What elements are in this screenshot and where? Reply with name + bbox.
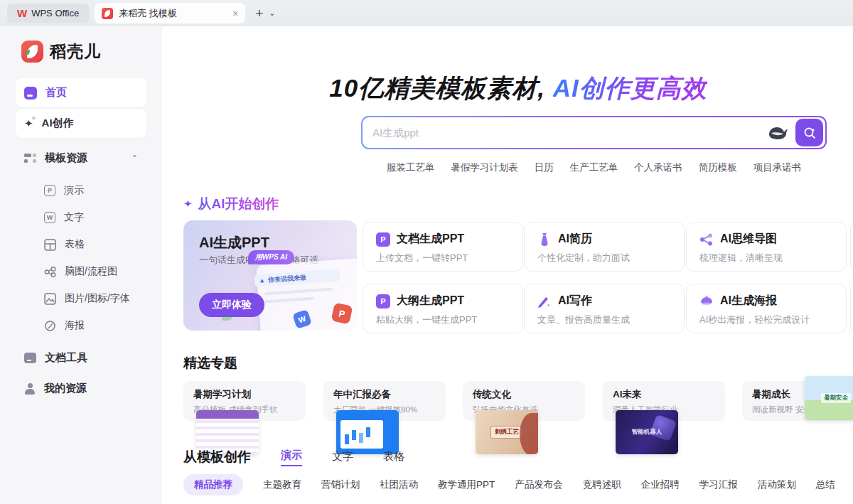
category-item[interactable]: 学习汇报	[699, 478, 738, 491]
card-desc: AI秒出海报，轻松完成设计	[699, 313, 833, 326]
sidebar-item-poster[interactable]: 海报	[0, 312, 162, 339]
topic-card-midyear-report[interactable]: 年中汇报必备 大厂同款 一键提效80%	[323, 381, 446, 421]
sidebar-item-slides[interactable]: P 演示	[0, 177, 162, 204]
sidebar-menu: 首页 ✦✧ AI创作 模板资源 ⌃ P 演示 W 文字 表格	[0, 78, 162, 403]
sidebar-subitem-label: 脑图/流程图	[65, 265, 117, 278]
ai-card-partial[interactable]	[850, 222, 853, 272]
wps-logo-icon: W	[17, 7, 26, 19]
topics-section-title: 精选专题	[183, 354, 237, 372]
close-tab-icon[interactable]: ×	[232, 8, 238, 19]
wps-office-tab[interactable]: W WPS Office	[7, 4, 89, 23]
ai-generate-ppt-card[interactable]: AI生成PPT 一句话生成PPT，多风格可选 用WPS AI ▲你来说我来做 P…	[183, 220, 357, 331]
card-title: AI思维导图	[720, 232, 777, 247]
tab-slides[interactable]: 演示	[281, 449, 302, 466]
topic-title: 暑期学习计划	[193, 388, 306, 401]
page-title-gradient: AI创作更高效	[553, 74, 707, 102]
sidebar-item-my-resources[interactable]: 我的资源	[16, 374, 146, 403]
doc-tools-icon	[24, 353, 36, 363]
presentation-icon: P	[44, 185, 55, 196]
poster-pen-icon	[44, 320, 56, 332]
docer-leaf-icon	[102, 8, 113, 19]
docer-logo-text: 稻壳儿	[50, 41, 101, 63]
topic-card-ai-future[interactable]: AI未来 洞悉人工智能行业 智能机器人	[603, 381, 725, 421]
card-title: 文档生成PPT	[397, 232, 464, 247]
sidebar-item-doc-tools[interactable]: 文档工具	[16, 343, 146, 372]
sidebar-item-home[interactable]: 首页	[16, 78, 146, 107]
image-icon	[44, 293, 56, 305]
mindmap-icon	[699, 232, 714, 247]
home-icon	[24, 87, 37, 100]
new-tab-button[interactable]: +	[255, 6, 263, 20]
sidebar-item-label: 首页	[45, 86, 67, 100]
category-item[interactable]: 产品发布会	[515, 478, 563, 491]
sidebar: 稻壳儿 首页 ✦✧ AI创作 模板资源 ⌃ P 演示 W 文字 表格	[0, 26, 162, 504]
search-button[interactable]	[795, 119, 823, 146]
hot-link[interactable]: 暑假学习计划表	[451, 161, 518, 174]
template-section-title: 从模板创作	[183, 448, 251, 466]
hot-search-links: 服装工艺单 暑假学习计划表 日历 生产工艺单 个人承诺书 简历模板 项目承诺书	[361, 161, 827, 174]
tab-writer[interactable]: 文字	[332, 450, 353, 466]
sidebar-item-images-icons-fonts[interactable]: 图片/图标/字体	[0, 285, 162, 312]
page-title: 10亿精美模板素材, AI创作更高效	[183, 72, 853, 105]
ai-section-title: 从AI开始创作	[198, 195, 279, 213]
category-item[interactable]: 竞聘述职	[583, 478, 621, 491]
hot-link[interactable]: 项目承诺书	[753, 161, 802, 174]
ai-mindmap-card[interactable]: AI思维导图 梳理逻辑，清晰呈现	[686, 222, 847, 272]
ai-section-heading: ✦ 从AI开始创作	[183, 195, 279, 213]
hot-link[interactable]: 日历	[535, 161, 554, 174]
docer-logo-icon	[21, 41, 43, 63]
hot-link[interactable]: 服装工艺单	[387, 161, 435, 174]
category-item[interactable]: 主题教育	[263, 478, 301, 491]
sidebar-item-mindmap-flowchart[interactable]: 脑图/流程图	[0, 258, 162, 285]
sidebar-item-template-resources[interactable]: 模板资源 ⌃	[16, 144, 146, 173]
sidebar-subitem-label: 文字	[64, 211, 84, 224]
sidebar-item-writer[interactable]: W 文字	[0, 204, 162, 231]
outline-to-ppt-card[interactable]: P大纲生成PPT 粘贴大纲，一键生成PPT	[363, 284, 523, 333]
card-title: AI生成海报	[720, 294, 777, 309]
sidebar-item-label: AI创作	[42, 117, 74, 130]
category-item[interactable]: 营销计划	[321, 478, 360, 491]
chevron-up-icon[interactable]: ⌃	[132, 154, 138, 163]
word-icon: W	[44, 212, 55, 223]
card-desc: 粘贴大纲，一键生成PPT	[376, 313, 510, 326]
sidebar-item-label: 文档工具	[45, 351, 87, 365]
category-featured[interactable]: 精品推荐	[183, 474, 243, 495]
topic-card-summer-study[interactable]: 暑期学习计划 高分模板 成绩拿到手软	[183, 381, 306, 421]
docer-tab[interactable]: 来稻壳 找模板 ×	[95, 3, 245, 23]
topic-title: 年中汇报必备	[333, 388, 446, 401]
sidebar-subitem-label: 表格	[65, 238, 85, 251]
category-item[interactable]: 教学通用PPT	[438, 478, 495, 491]
tab-bar: W WPS Office 来稻壳 找模板 × + ⌄	[0, 0, 853, 26]
category-item[interactable]: 企业招聘	[641, 478, 680, 491]
topic-card-summer-growth[interactable]: 暑期成长 阅读新视野 安全每一天 暑期安全	[742, 381, 853, 421]
search-input[interactable]	[363, 127, 767, 139]
main-content: 10亿精美模板素材, AI创作更高效 服装工艺单 暑假学习计划表 日历 生产工艺…	[183, 26, 853, 504]
ai-resume-card[interactable]: AI简历 个性化定制，助力面试	[524, 222, 685, 272]
ai-poster-card[interactable]: AI生成海报 AI秒出海报，轻松完成设计	[686, 284, 847, 333]
flowchart-icon	[44, 266, 56, 278]
page-title-black: 10亿精美模板素材,	[329, 74, 552, 102]
ai-card-partial[interactable]	[850, 284, 853, 333]
hot-link[interactable]: 个人承诺书	[634, 161, 682, 174]
category-filter-row: 精品推荐 主题教育 营销计划 社团活动 教学通用PPT 产品发布会 竞聘述职 企…	[183, 474, 853, 495]
sidebar-subitem-label: 图片/图标/字体	[65, 292, 130, 305]
tab-spreadsheet[interactable]: 表格	[383, 450, 404, 466]
try-now-button[interactable]: 立即体验	[199, 293, 264, 317]
sidebar-item-label: 我的资源	[44, 382, 87, 395]
ai-writing-card[interactable]: AI写作 文章、报告高质量生成	[524, 284, 685, 333]
doc-to-ppt-icon: P	[376, 232, 390, 247]
ai-whale-icon[interactable]	[767, 124, 788, 141]
hot-link[interactable]: 生产工艺单	[570, 161, 618, 174]
category-item[interactable]: 社团活动	[380, 478, 418, 491]
category-item[interactable]: 活动策划	[758, 478, 796, 491]
hot-link[interactable]: 简历模板	[699, 161, 737, 174]
doc-to-ppt-card[interactable]: P文档生成PPT 上传文档，一键转PPT	[363, 222, 523, 272]
sidebar-item-spreadsheet[interactable]: 表格	[0, 231, 162, 258]
tab-list-chevron-icon[interactable]: ⌄	[269, 9, 275, 18]
topic-thumbnail: 智能机器人	[616, 410, 678, 454]
beret-icon	[699, 294, 714, 309]
sidebar-item-ai-create[interactable]: ✦✧ AI创作	[16, 109, 146, 138]
category-item[interactable]: 总结	[816, 478, 835, 491]
docer-logo[interactable]: 稻壳儿	[21, 41, 162, 63]
topic-card-traditional-culture[interactable]: 传统文化 弘扬中华文化首选 刺绣工艺	[463, 381, 585, 421]
